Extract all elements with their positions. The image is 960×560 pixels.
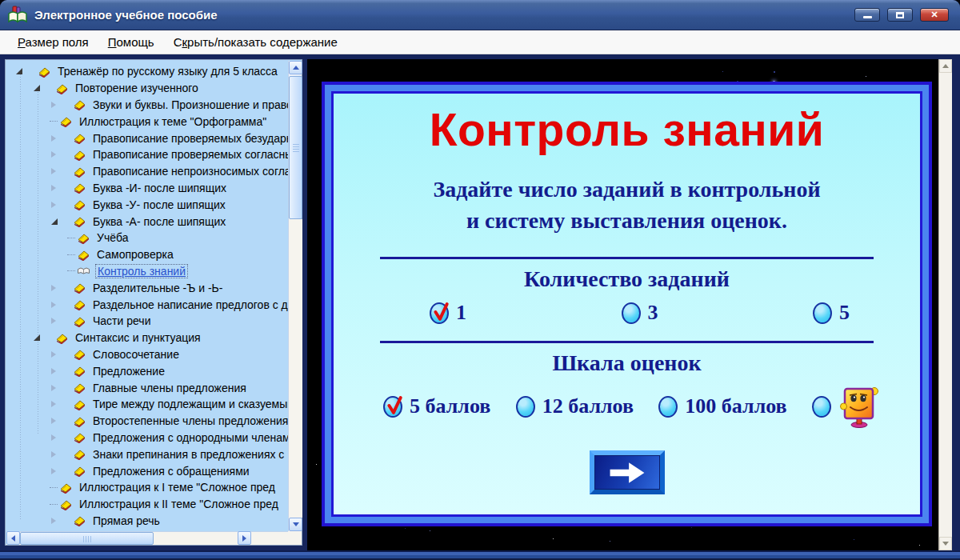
tree-item[interactable]: Главные члены предложения <box>6 379 288 396</box>
expander-icon[interactable] <box>14 66 24 76</box>
radio-option[interactable]: 100 баллов <box>658 394 786 418</box>
expander-icon[interactable] <box>50 134 59 143</box>
expander-icon[interactable] <box>50 316 59 326</box>
expander-icon[interactable] <box>50 183 59 193</box>
tree-item[interactable]: Контроль знаний <box>6 263 288 280</box>
next-button[interactable] <box>590 450 665 494</box>
maximize-button[interactable] <box>887 8 913 22</box>
book-yellow-icon <box>73 132 86 144</box>
menu-item[interactable]: Помощь <box>100 33 162 51</box>
tree-item[interactable]: Звуки и буквы. Произношение и право <box>6 97 288 114</box>
tree-item[interactable]: Правописание проверяемых согласны <box>6 146 288 163</box>
expander-icon[interactable] <box>50 217 59 226</box>
radio-option[interactable]: 5 <box>813 301 850 325</box>
expander-icon[interactable] <box>32 333 42 342</box>
expander-icon[interactable] <box>50 383 59 393</box>
horizontal-scroll-thumb[interactable] <box>20 532 154 545</box>
tree-horizontal-scrollbar[interactable] <box>6 531 289 545</box>
tree-item[interactable]: Повторение изученного <box>6 80 288 97</box>
panel-scrollbar[interactable] <box>938 59 952 550</box>
panel-scroll-up-button[interactable] <box>939 59 952 73</box>
menu-item[interactable]: Размер поля <box>10 33 97 51</box>
title-bar[interactable]: Электронное учебное пособие ✕ <box>0 0 960 30</box>
expander-icon[interactable] <box>50 100 59 110</box>
tree-item-label: Иллюстрация к теме "Орфограмма" <box>78 115 268 128</box>
book-yellow-icon <box>73 149 86 161</box>
tree-item[interactable]: Тренажёр по русскому языку для 5 класса <box>6 63 288 80</box>
tree-item[interactable]: Раздельное написание предлогов с д <box>6 296 288 313</box>
scroll-down-button[interactable] <box>289 518 302 531</box>
tree-item[interactable]: Иллюстрация к II теме "Сложное пред <box>6 496 288 513</box>
book-yellow-icon <box>73 431 86 443</box>
expander-icon[interactable] <box>50 466 59 476</box>
radio-icon[interactable] <box>430 302 449 324</box>
tree-item[interactable]: Словосочетание <box>6 346 288 363</box>
tree-item[interactable]: Предложения с однородными членам <box>6 430 288 446</box>
mascot-icon <box>840 385 878 428</box>
vertical-scroll-thumb[interactable] <box>289 76 302 219</box>
radio-icon[interactable] <box>516 396 535 418</box>
scroll-left-button[interactable] <box>6 531 20 545</box>
expander-icon[interactable] <box>50 150 59 159</box>
tree-item-label: Иллюстрация к I теме "Сложное пред <box>78 481 277 494</box>
expander-icon[interactable] <box>50 166 59 176</box>
tree-item-label: Звуки и буквы. Произношение и право <box>91 98 288 111</box>
book-yellow-icon <box>73 215 86 227</box>
book-yellow-icon <box>73 465 86 477</box>
expander-icon[interactable] <box>32 83 42 93</box>
book-icon <box>59 115 73 127</box>
expander-icon[interactable] <box>50 450 59 459</box>
tree-item[interactable]: Тире между подлежащим и сказуемым <box>6 396 288 413</box>
book-icon <box>59 482 73 494</box>
radio-option[interactable]: 12 баллов <box>516 394 634 418</box>
expander-icon[interactable] <box>50 516 59 526</box>
tree-item[interactable]: Буква -У- после шипящих <box>6 196 288 213</box>
expander-icon[interactable] <box>50 283 59 293</box>
expander-icon[interactable] <box>50 399 59 409</box>
tree-item[interactable]: Разделительные -Ъ и -Ь- <box>6 279 288 296</box>
tree-item[interactable]: Предложение <box>6 362 288 379</box>
tree-item[interactable]: Самопроверка <box>6 246 288 263</box>
radio-icon[interactable] <box>622 302 641 324</box>
radio-icon[interactable] <box>658 396 678 418</box>
tree-item[interactable]: Буква -И- после шипящих <box>6 180 288 197</box>
tree-item[interactable]: Буква -А- после шипящих <box>6 213 288 230</box>
tree-item-label: Правописание непроизносимых согла <box>91 165 288 178</box>
menu-item[interactable]: Скрыть/показать содержание <box>166 33 346 51</box>
minimize-button[interactable] <box>854 8 880 22</box>
expander-icon[interactable] <box>50 350 59 359</box>
radio-option[interactable]: 1 <box>430 301 466 325</box>
tree-item[interactable]: Синтаксис и пунктуация <box>6 330 288 346</box>
scroll-right-button[interactable] <box>238 531 251 545</box>
tree-item[interactable]: Иллюстрация к теме "Орфограмма" <box>6 113 288 130</box>
panel-scroll-down-button[interactable] <box>939 537 952 550</box>
radio-option[interactable] <box>812 385 878 428</box>
expander-icon[interactable] <box>50 200 59 210</box>
tree-item[interactable]: Учёба <box>6 230 288 246</box>
radio-icon[interactable] <box>383 396 402 418</box>
tree-item[interactable]: Правописание проверяемых безударн <box>6 130 288 146</box>
tree-item[interactable]: Предложения с обращениями <box>6 462 288 479</box>
book-yellow-icon <box>77 232 90 244</box>
tree-vertical-scrollbar[interactable] <box>288 61 302 531</box>
tree-item[interactable]: Части речи <box>6 313 288 330</box>
radio-icon[interactable] <box>812 396 831 418</box>
radio-icon[interactable] <box>813 302 832 324</box>
close-button[interactable]: ✕ <box>920 8 949 22</box>
book-icon <box>73 166 86 178</box>
radio-option[interactable]: 3 <box>622 301 658 325</box>
tree-item[interactable]: Иллюстрация к I теме "Сложное пред <box>6 479 288 496</box>
expander-icon[interactable] <box>50 433 59 442</box>
expander-icon[interactable] <box>50 416 59 426</box>
expander-icon[interactable] <box>50 366 59 376</box>
radio-option[interactable]: 5 баллов <box>383 394 490 418</box>
book-yellow-icon <box>73 398 86 410</box>
scroll-up-button[interactable] <box>289 61 302 74</box>
tree-item[interactable]: Второстепенные члены предложения <box>6 413 288 430</box>
tree-item[interactable]: Правописание непроизносимых согла <box>6 163 288 180</box>
expander-icon[interactable] <box>50 300 59 310</box>
tree-item[interactable]: Прямая речь <box>6 513 288 530</box>
book-yellow-icon <box>73 315 86 327</box>
app-window: Электронное учебное пособие ✕ Размер пол… <box>0 0 960 560</box>
tree-item[interactable]: Знаки препинания в предложениях с <box>6 446 288 462</box>
